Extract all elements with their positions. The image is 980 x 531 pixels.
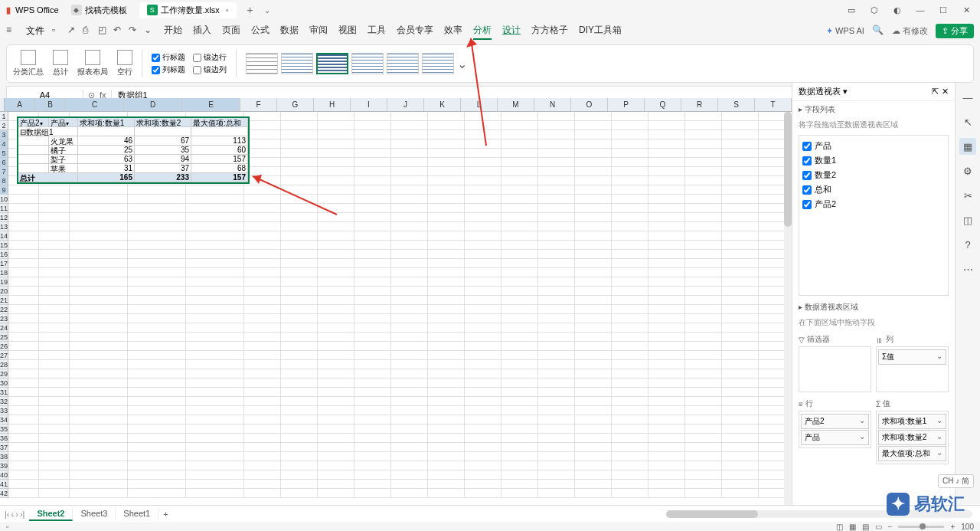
row-header-10[interactable]: 10 [0, 195, 8, 204]
row-header-21[interactable]: 21 [0, 296, 8, 305]
column-area[interactable]: Σ值 [876, 346, 949, 392]
view-page-icon[interactable]: ▦ [849, 523, 856, 531]
row-header-26[interactable]: 26 [0, 342, 8, 351]
sheet-last-icon[interactable]: ›| [20, 510, 25, 519]
ribbon-layout[interactable]: 报表布局 [77, 50, 108, 77]
pivot-table[interactable]: 产品2▾ 产品▾ 求和项:数量1 求和项:数量2 最大值项:总和 ⊟数据组1 火… [17, 116, 250, 184]
value-area[interactable]: 求和项:数量1求和项:数量2最大值项:总和 [876, 411, 949, 464]
menu-tab-5[interactable]: 审阅 [309, 22, 328, 40]
row-header-25[interactable]: 25 [0, 333, 8, 342]
pivot-style-4[interactable] [351, 53, 384, 74]
side-pin-icon[interactable]: ⇱ [932, 87, 939, 97]
row-header-30[interactable]: 30 [0, 379, 8, 388]
rt-collapse-icon[interactable]: — [959, 89, 976, 106]
menu-tab-6[interactable]: 视图 [338, 22, 357, 40]
tab-template[interactable]: ◆ 找稿壳模板 [64, 2, 135, 18]
col-header-H[interactable]: H [314, 98, 351, 111]
row-header-8[interactable]: 8 [0, 176, 8, 185]
area-field-item[interactable]: 产品2 [801, 414, 869, 429]
row-header-35[interactable]: 35 [0, 424, 8, 434]
col-header-C[interactable]: C [66, 98, 124, 111]
row-header-31[interactable]: 31 [0, 388, 8, 397]
col-header-R[interactable]: R [681, 98, 718, 111]
row-header-14[interactable]: 14 [0, 231, 8, 241]
window-maximize-button[interactable]: ☐ [936, 2, 951, 18]
col-header-E[interactable]: E [182, 98, 240, 111]
rt-pivot-icon[interactable]: ▦ [959, 138, 976, 155]
undo-icon[interactable]: ↶ [113, 25, 126, 37]
rt-help-icon[interactable]: ? [959, 236, 976, 253]
row-header-24[interactable]: 24 [0, 323, 8, 333]
menu-tab-1[interactable]: 插入 [193, 22, 211, 40]
col-header-J[interactable]: J [387, 98, 424, 111]
col-header-B[interactable]: B [35, 98, 66, 111]
row-header-40[interactable]: 40 [0, 470, 8, 480]
sheet-next-icon[interactable]: › [15, 510, 18, 519]
pivot-data-row[interactable]: 苹果313768 [18, 164, 248, 173]
check-banded-col[interactable]: 镶边列 [193, 64, 227, 75]
row-header-39[interactable]: 39 [0, 461, 8, 470]
col-header-L[interactable]: L [461, 98, 498, 111]
row-header-20[interactable]: 20 [0, 287, 8, 296]
row-header-15[interactable]: 15 [0, 241, 8, 250]
rt-more-icon[interactable]: ⋯ [959, 261, 976, 277]
pivot-style-1[interactable] [246, 53, 278, 74]
row-header-19[interactable]: 19 [0, 277, 8, 287]
view-break-icon[interactable]: ▤ [862, 523, 869, 531]
save-icon[interactable]: ▫ [52, 25, 64, 37]
view-reader-icon[interactable]: ▭ [875, 523, 882, 531]
zoom-in-icon[interactable]: + [950, 523, 955, 531]
row-header-42[interactable]: 42 [0, 489, 8, 498]
row-header-16[interactable]: 16 [0, 250, 8, 259]
sheet-tab-Sheet1[interactable]: Sheet1 [116, 507, 158, 521]
tab-menu-icon[interactable]: ⌄ [264, 6, 270, 15]
ribbon-blankrow[interactable]: 空行 [117, 50, 132, 77]
sheet-tab-Sheet3[interactable]: Sheet3 [73, 507, 116, 521]
menu-tab-9[interactable]: 效率 [444, 22, 462, 40]
row-header-36[interactable]: 36 [0, 434, 8, 443]
row-header-23[interactable]: 23 [0, 314, 8, 323]
print-icon[interactable]: ⎙ [83, 25, 95, 37]
ribbon-total[interactable]: 总计 [53, 50, 68, 77]
row-header-37[interactable]: 37 [0, 443, 8, 452]
zoom-out-icon[interactable]: − [888, 523, 893, 531]
area-field-item[interactable]: 产品 [801, 430, 869, 445]
col-header-K[interactable]: K [424, 98, 461, 111]
row-header-29[interactable]: 29 [0, 369, 8, 379]
menu-tab-4[interactable]: 数据 [280, 22, 299, 40]
pivot-style-2[interactable] [281, 53, 313, 74]
menu-tab-13[interactable]: DIY工具箱 [579, 22, 622, 40]
pivot-data-row[interactable]: 梨子6394157 [18, 155, 248, 164]
row-header-7[interactable]: 7 [0, 167, 8, 176]
col-header-O[interactable]: O [571, 98, 608, 111]
row-header-6[interactable]: 6 [0, 158, 8, 167]
horizontal-scrollbar[interactable] [666, 510, 972, 518]
menu-tab-10[interactable]: 分析 [473, 22, 492, 40]
row-header-4[interactable]: 4 [0, 139, 8, 149]
rt-tools-icon[interactable]: ✂ [959, 187, 976, 204]
sheet-tab-Sheet2[interactable]: Sheet2 [29, 507, 73, 521]
row-header-18[interactable]: 18 [0, 268, 8, 277]
col-header-Q[interactable]: Q [645, 98, 681, 111]
row-header-5[interactable]: 5 [0, 149, 8, 158]
row-header-17[interactable]: 17 [0, 259, 8, 268]
tab-workbook[interactable]: S 工作簿数量.xlsx • [139, 2, 237, 18]
menu-tab-3[interactable]: 公式 [251, 22, 270, 40]
area-field-item[interactable]: 求和项:数量1 [878, 414, 946, 429]
row-header-11[interactable]: 11 [0, 204, 8, 213]
pivot-data-row[interactable]: 橘子253560 [18, 146, 248, 155]
col-header-S[interactable]: S [718, 98, 755, 111]
sheet-first-icon[interactable]: |‹ [5, 510, 10, 519]
row-header-38[interactable]: 38 [0, 452, 8, 461]
col-header-M[interactable]: M [498, 98, 534, 111]
field-item[interactable]: 数量2 [802, 168, 945, 182]
status-mode-icon[interactable]: ▫ [6, 523, 9, 531]
pivot-data-row[interactable]: 火龙果4667113 [18, 136, 248, 146]
row-header-32[interactable]: 32 [0, 397, 8, 406]
row-area[interactable]: 产品2产品 [799, 411, 871, 448]
pivot-filter-product-icon[interactable]: ▾ [66, 120, 69, 127]
window-close-button[interactable]: ✕ [959, 2, 974, 18]
row-header-2[interactable]: 2 [0, 121, 8, 130]
vertical-scrollbar[interactable] [784, 112, 792, 510]
row-header-1[interactable]: 1 [0, 112, 8, 121]
